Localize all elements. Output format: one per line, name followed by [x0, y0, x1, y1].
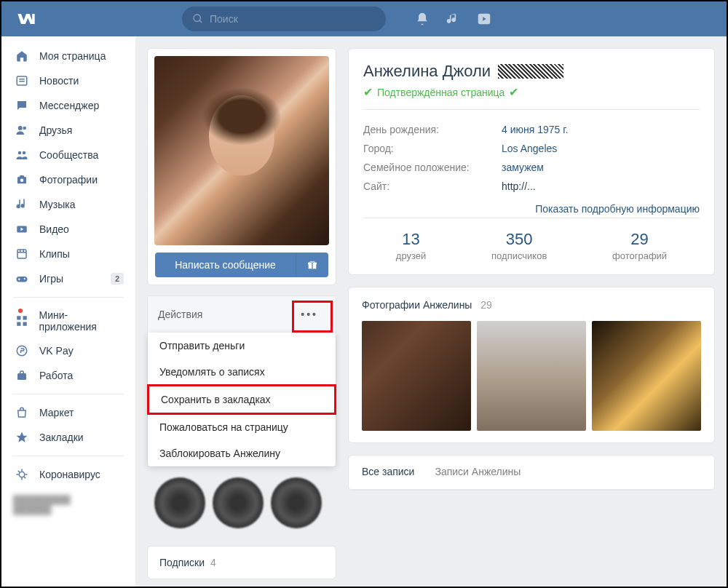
info-site: Сайт:http://... — [363, 177, 700, 196]
svg-rect-20 — [17, 322, 20, 326]
groups-icon — [13, 148, 31, 162]
friends-icon — [13, 124, 31, 137]
nav-separator — [13, 297, 124, 298]
nav-photos[interactable]: Фотографии — [1, 167, 135, 192]
nav-video[interactable]: Видео — [1, 217, 135, 242]
friend-avatar[interactable] — [213, 477, 264, 528]
gift-button[interactable] — [296, 253, 328, 277]
tab-own-posts[interactable]: Записи Анжелины — [435, 466, 521, 479]
notifications-icon[interactable] — [415, 12, 430, 26]
star-icon — [13, 431, 31, 444]
nav-my-page[interactable]: Моя страница — [1, 44, 135, 68]
svg-point-6 — [18, 126, 23, 130]
nav-friends[interactable]: Друзья — [1, 118, 135, 143]
nav-messenger[interactable]: Мессенджер — [1, 93, 135, 118]
stat-followers[interactable]: 350подписчиков — [491, 230, 547, 261]
dropdown-report[interactable]: Пожаловаться на страницу — [148, 414, 336, 440]
svg-line-30 — [24, 477, 25, 478]
nav-news[interactable]: Новости — [1, 68, 135, 93]
stat-photos[interactable]: 29фотографий — [612, 230, 667, 261]
blurred-content: ▓▓▓▓▓▓▓▓▓▓▓▓▓▓▓ — [1, 487, 135, 522]
nav-label: Мини-приложения — [39, 309, 124, 333]
dropdown-bookmark[interactable]: Сохранить в закладках — [147, 384, 336, 415]
nav-market[interactable]: Маркет — [1, 400, 135, 425]
search-input[interactable] — [210, 13, 376, 25]
subscriptions-card[interactable]: Подписки 4 — [147, 546, 336, 579]
message-button[interactable]: Написать сообщение — [155, 253, 296, 277]
nav-label: Закладки — [39, 432, 84, 443]
nav-vkpay[interactable]: VK Pay — [1, 338, 135, 363]
music-icon[interactable] — [446, 12, 460, 26]
svg-rect-23 — [17, 373, 26, 380]
svg-point-10 — [20, 179, 24, 183]
photo-thumbnail[interactable] — [362, 321, 471, 431]
svg-point-8 — [18, 151, 22, 155]
pay-icon — [13, 344, 31, 357]
vk-logo[interactable] — [16, 9, 36, 29]
info-label: Сайт: — [363, 180, 502, 192]
photos-title[interactable]: Фотографии Анжелины 29 — [362, 299, 701, 311]
svg-rect-21 — [23, 322, 26, 326]
games-icon — [13, 272, 31, 285]
nav-communities[interactable]: Сообщества — [1, 143, 135, 167]
check-icon: ✔ — [509, 85, 518, 99]
info-value[interactable]: Los Angeles — [502, 143, 557, 154]
info-marital: Семейное положение:замужем — [363, 158, 700, 177]
friend-avatar[interactable] — [154, 477, 205, 528]
nav-separator — [13, 394, 124, 394]
nav-miniapps[interactable]: Мини-приложения — [1, 303, 135, 338]
nav-label: Фотографии — [39, 174, 98, 186]
header-icons — [415, 11, 492, 27]
info-label: День рождения: — [363, 124, 502, 135]
info-value[interactable]: http://... — [502, 180, 536, 192]
dropdown-send-money[interactable]: Отправить деньги — [148, 333, 336, 359]
gift-icon — [306, 259, 318, 271]
nav-covid[interactable]: Коронавирус — [1, 462, 135, 487]
info-birthday: День рождения:4 июня 1975 г. — [363, 120, 700, 139]
actions-header[interactable]: Действия ••• — [148, 296, 336, 333]
play-icon[interactable] — [476, 11, 492, 27]
nav-clips[interactable]: Клипы — [1, 242, 135, 266]
search-box[interactable] — [182, 7, 386, 31]
more-button[interactable]: ••• — [293, 305, 325, 324]
dropdown-block[interactable]: Заблокировать Анжелину — [148, 440, 336, 466]
stat-friends[interactable]: 13друзей — [396, 230, 426, 261]
friend-avatar[interactable] — [271, 477, 322, 528]
info-value[interactable]: 4 июня 1975 г. — [502, 124, 569, 135]
svg-rect-18 — [17, 316, 20, 319]
subs-title: Подписки — [159, 557, 205, 568]
nav-label: Видео — [39, 223, 69, 235]
verified-text: Подтверждённая страница — [377, 87, 505, 98]
tab-all-posts[interactable]: Все записи — [362, 466, 414, 479]
obscured-text — [498, 64, 563, 79]
nav-label: Сообщества — [39, 149, 98, 161]
svg-rect-19 — [23, 316, 26, 319]
show-more-info[interactable]: Показать подробную информацию — [363, 203, 700, 215]
name-text: Анжелина Джоли — [363, 62, 491, 81]
nav-label: VK Pay — [39, 345, 74, 357]
nav-job[interactable]: Работа — [1, 363, 135, 388]
nav-bookmarks[interactable]: Закладки — [1, 425, 135, 450]
nav-music[interactable]: Музыка — [1, 192, 135, 217]
top-header — [1, 1, 727, 36]
photos-card: Фотографии Анжелины 29 — [348, 287, 715, 443]
video-icon — [13, 223, 31, 236]
clips-icon — [13, 247, 31, 261]
nav-label: Моя страница — [39, 50, 106, 62]
sidebar: Моя страница Новости Мессенджер Друзья С… — [1, 36, 135, 588]
dropdown-notify[interactable]: Уведомлять о записях — [148, 359, 336, 385]
svg-line-1 — [199, 20, 202, 23]
stat-number: 350 — [491, 230, 547, 249]
camera-icon — [13, 173, 31, 186]
actions-card: Действия ••• Отправить деньги Уведомлять… — [147, 295, 336, 467]
profile-photo[interactable] — [154, 56, 329, 245]
wall-card: Все записи Записи Анжелины — [348, 455, 715, 490]
job-icon — [13, 369, 31, 382]
photo-thumbnail[interactable] — [477, 321, 586, 431]
svg-point-0 — [194, 15, 200, 21]
news-icon — [13, 74, 31, 87]
profile-photo-card: Написать сообщение — [147, 48, 336, 285]
nav-games[interactable]: Игры2 — [1, 266, 135, 291]
photo-thumbnail[interactable] — [592, 321, 701, 431]
info-value[interactable]: замужем — [502, 162, 544, 173]
